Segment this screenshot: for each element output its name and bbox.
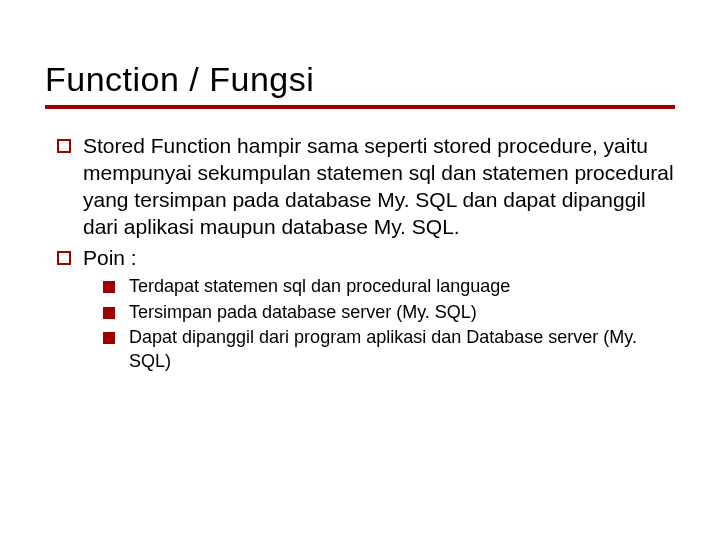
open-square-bullet-icon (57, 139, 71, 153)
bullet-level1: Poin : (57, 245, 675, 272)
title-underline (45, 105, 675, 109)
bullet-text: Stored Function hampir sama seperti stor… (83, 133, 675, 241)
bullet-level2: Terdapat statemen sql dan procedural lan… (103, 275, 675, 298)
bullet-level2: Dapat dipanggil dari program aplikasi da… (103, 326, 675, 373)
bullet-text: Poin : (83, 245, 675, 272)
sub-bullet-text: Tersimpan pada database server (My. SQL) (129, 301, 675, 324)
bullet-level1: Stored Function hampir sama seperti stor… (57, 133, 675, 241)
sub-bullet-group: Terdapat statemen sql dan procedural lan… (57, 275, 675, 373)
sub-bullet-text: Terdapat statemen sql dan procedural lan… (129, 275, 675, 298)
open-square-bullet-icon (57, 251, 71, 265)
slide-title: Function / Fungsi (45, 60, 675, 99)
filled-square-bullet-icon (103, 281, 115, 293)
filled-square-bullet-icon (103, 307, 115, 319)
bullet-level2: Tersimpan pada database server (My. SQL) (103, 301, 675, 324)
slide-content: Stored Function hampir sama seperti stor… (45, 133, 675, 373)
sub-bullet-text: Dapat dipanggil dari program aplikasi da… (129, 326, 675, 373)
filled-square-bullet-icon (103, 332, 115, 344)
